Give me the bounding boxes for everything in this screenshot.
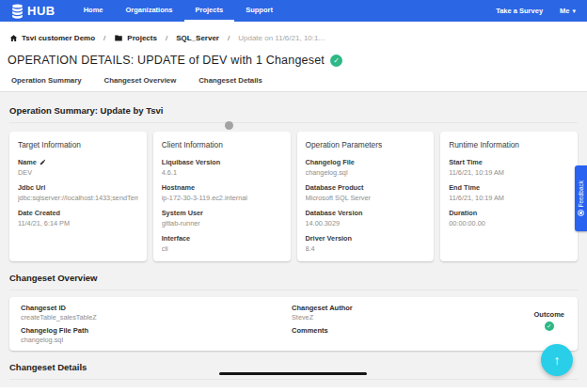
field-changelog-file-path: Changelog File Path changelog.sql xyxy=(21,326,97,344)
nav-item-support[interactable]: Support xyxy=(234,0,284,22)
operation-details-page: HUB Home Organizations Projects Support … xyxy=(0,0,587,392)
card-title: Client Information xyxy=(162,140,282,149)
field-date-created: Date Created 11/4/21, 6:14 PM xyxy=(18,209,138,227)
brand-name: HUB xyxy=(27,4,56,18)
liquibase-logo-icon xyxy=(11,4,24,19)
field-liquibase-version: Liquibase Version 4.6.1 xyxy=(162,158,282,177)
me-label: Me xyxy=(560,7,569,15)
runtime-information-card: Runtime Information Start Time 11/6/21, … xyxy=(440,132,578,261)
outcome-success-check-icon: ✓ xyxy=(545,321,554,331)
breadcrumb-sql-server[interactable]: SQL_Server xyxy=(176,34,219,42)
field-interface: Interface cli xyxy=(162,234,282,253)
feedback-icon xyxy=(578,210,584,216)
field-name: Name DEV xyxy=(18,158,138,177)
home-indicator-bar xyxy=(219,372,367,375)
field-end-time: End Time 11/6/21, 10:19 AM xyxy=(449,183,569,202)
summary-cards: Target Information Name DEV Jdbc Url jdb… xyxy=(9,132,578,261)
nav-item-organizations[interactable]: Organizations xyxy=(115,0,184,22)
breadcrumb-projects[interactable]: Projects xyxy=(114,34,157,42)
feedback-tab[interactable]: Feedback xyxy=(575,165,587,231)
field-changeset-author: Changeset Author SteveZ xyxy=(292,304,353,321)
field-comments: Comments xyxy=(292,326,353,335)
edit-pencil-icon[interactable] xyxy=(40,159,46,165)
field-driver-version: Driver Version 8.4 xyxy=(306,234,426,253)
nav-item-home[interactable]: Home xyxy=(72,0,115,22)
overview-left-column: Changeset ID createTable_salesTableZ Cha… xyxy=(21,304,97,349)
nav-item-projects[interactable]: Projects xyxy=(184,0,235,22)
tab-changeset-overview[interactable]: Changeset Overview xyxy=(104,76,177,91)
tab-bar: Operation Summary Changeset Overview Cha… xyxy=(0,69,587,92)
field-hostname: Hostname ip-172-30-3-119.ec2.internal xyxy=(162,183,282,202)
operation-summary-heading: Operation Summary: Update by Tsvi xyxy=(9,92,578,123)
me-menu[interactable]: Me ▾ xyxy=(560,7,576,15)
breadcrumb: Tsvi customer Demo / Projects / SQL_Serv… xyxy=(0,22,587,50)
page-title: OPERATION DETAILS: UPDATE of DEV with 1 … xyxy=(8,54,325,67)
main-content: Operation Summary: Update by Tsvi Target… xyxy=(0,92,587,387)
field-database-version: Database Version 14.00.3029 xyxy=(306,209,426,227)
nav-right: Take a Survey Me ▾ xyxy=(496,7,576,15)
card-title: Operation Parameters xyxy=(306,140,426,149)
take-survey-link[interactable]: Take a Survey xyxy=(496,7,543,15)
field-system-user: System User gitlab-runner xyxy=(162,209,282,227)
cursor-dot xyxy=(225,121,233,130)
overview-mid-column: Changeset Author SteveZ Comments xyxy=(292,304,353,339)
breadcrumb-org[interactable]: Tsvi customer Demo xyxy=(9,34,95,42)
breadcrumb-separator: / xyxy=(166,34,167,42)
field-changeset-id: Changeset ID createTable_salesTableZ xyxy=(21,304,97,321)
feedback-label: Feedback xyxy=(578,180,584,208)
field-duration: Duration 00:00:00.00 xyxy=(449,209,569,227)
breadcrumb-separator: / xyxy=(103,34,105,42)
card-title: Runtime Information xyxy=(449,140,569,149)
tab-operation-summary[interactable]: Operation Summary xyxy=(11,76,82,91)
home-icon xyxy=(9,34,18,42)
title-row: OPERATION DETAILS: UPDATE of DEV with 1 … xyxy=(0,50,587,69)
changeset-details-heading: Changeset Details xyxy=(9,351,578,380)
top-nav: HUB Home Organizations Projects Support … xyxy=(0,0,587,22)
arrow-up-icon: ↑ xyxy=(554,353,561,368)
field-jdbc-url: Jdbc Url jdbc:sqlserver://localhost:1433… xyxy=(18,183,138,202)
operation-success-check-icon: ✓ xyxy=(330,55,342,67)
operation-parameters-card: Operation Parameters Changelog File chan… xyxy=(297,132,435,261)
caret-down-icon: ▾ xyxy=(572,8,576,15)
nav-items: Home Organizations Projects Support xyxy=(72,0,284,22)
outcome-block: Outcome ✓ xyxy=(533,310,564,331)
folder-icon xyxy=(114,34,123,42)
hub-logo[interactable]: HUB xyxy=(11,4,56,19)
changeset-overview-heading: Changeset Overview xyxy=(9,261,578,290)
breadcrumb-separator: / xyxy=(228,34,230,42)
breadcrumb-current-operation: Update on 11/6/21, 10:1... xyxy=(238,34,325,42)
tab-changeset-details[interactable]: Changeset Details xyxy=(198,76,262,91)
field-changelog-file: Changelog File changelog.sql xyxy=(306,158,426,177)
scroll-to-top-button[interactable]: ↑ xyxy=(541,344,573,376)
changeset-overview-card: Changeset ID createTable_salesTableZ Cha… xyxy=(9,297,578,351)
field-start-time: Start Time 11/6/21, 10:19 AM xyxy=(449,158,569,177)
field-database-product: Database Product Microsoft SQL Server xyxy=(306,183,426,202)
outcome-label: Outcome xyxy=(533,310,564,319)
card-title: Target Information xyxy=(18,140,138,149)
client-information-card: Client Information Liquibase Version 4.6… xyxy=(153,132,291,261)
target-information-card: Target Information Name DEV Jdbc Url jdb… xyxy=(9,132,147,261)
